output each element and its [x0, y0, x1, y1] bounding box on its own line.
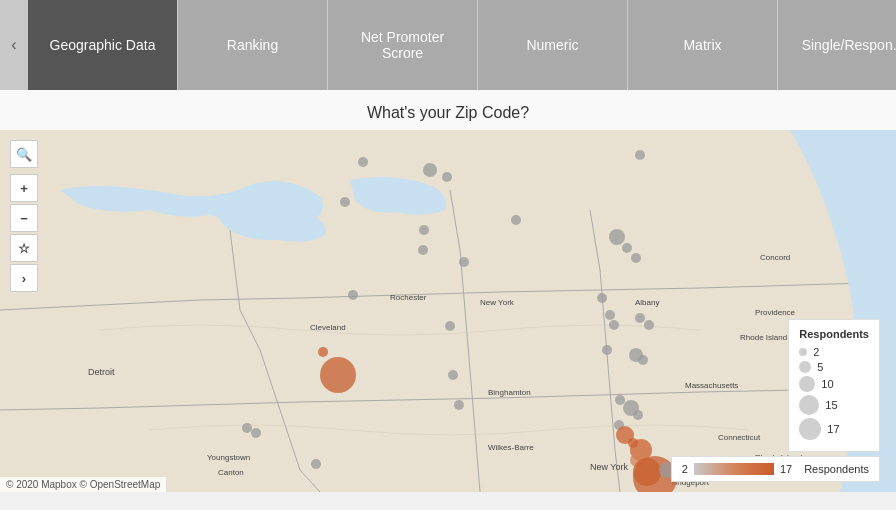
- legend-circle-17: [799, 418, 821, 440]
- svg-text:Massachusetts: Massachusetts: [685, 381, 738, 390]
- data-point-6: [511, 215, 521, 225]
- legend-item-15: 15: [799, 395, 869, 415]
- data-point-8: [622, 243, 632, 253]
- data-point-17: [635, 313, 645, 323]
- data-point-11: [459, 257, 469, 267]
- data-point-3: [635, 150, 645, 160]
- svg-text:Cleveland: Cleveland: [310, 323, 346, 332]
- data-point-23: [320, 357, 356, 393]
- tab-single[interactable]: Single/Respon...: [778, 0, 896, 90]
- data-point-19: [602, 345, 612, 355]
- color-legend-label: Respondents: [804, 463, 869, 475]
- tab-matrix[interactable]: Matrix: [628, 0, 778, 90]
- svg-text:Youngstown: Youngstown: [207, 453, 250, 462]
- legend-circle-15: [799, 395, 819, 415]
- data-point-28: [633, 410, 643, 420]
- question-title: What's your Zip Code?: [0, 90, 896, 130]
- zoom-out-button[interactable]: −: [10, 204, 38, 232]
- tab-geographic[interactable]: Geographic Data: [28, 0, 178, 90]
- data-point-13: [348, 290, 358, 300]
- data-point-4: [340, 197, 350, 207]
- legend-circle-5: [799, 361, 811, 373]
- data-point-5: [419, 225, 429, 235]
- color-legend-min: 2: [682, 463, 688, 475]
- svg-text:Rochester: Rochester: [390, 293, 427, 302]
- data-point-12: [597, 293, 607, 303]
- legend-value-2: 2: [813, 346, 819, 358]
- legend-value-5: 5: [817, 361, 823, 373]
- legend-value-10: 10: [821, 378, 833, 390]
- color-legend: 2 17 Respondents: [671, 456, 880, 482]
- legend-value-17: 17: [827, 423, 839, 435]
- data-point-14: [445, 321, 455, 331]
- svg-text:Providence: Providence: [755, 308, 796, 317]
- color-legend-max: 17: [780, 463, 792, 475]
- legend-value-15: 15: [825, 399, 837, 411]
- map-attribution: © 2020 Mapbox © OpenStreetMap: [0, 477, 166, 492]
- svg-text:Detroit: Detroit: [88, 367, 115, 377]
- data-point-2: [442, 172, 452, 182]
- legend-item-10: 10: [799, 376, 869, 392]
- svg-text:Albany: Albany: [635, 298, 659, 307]
- data-point-21: [638, 355, 648, 365]
- svg-text:Binghamton: Binghamton: [488, 388, 531, 397]
- legend-item-2: 2: [799, 346, 869, 358]
- svg-text:New York: New York: [480, 298, 515, 307]
- data-point-9: [631, 253, 641, 263]
- bubble-legend: Respondents 2 5 10 15 17: [788, 319, 880, 452]
- data-point-24: [448, 370, 458, 380]
- map-background: Detroit Cleveland Canton Youngstown Bing…: [0, 130, 896, 492]
- zoom-in-button[interactable]: +: [10, 174, 38, 202]
- data-point-39: [311, 459, 321, 469]
- data-point-7: [609, 229, 625, 245]
- data-point-38: [251, 428, 261, 438]
- tab-bar: ‹ Geographic Data Ranking Net Promoter S…: [0, 0, 896, 90]
- data-point-18: [644, 320, 654, 330]
- prev-tab-button[interactable]: ‹: [0, 0, 28, 90]
- legend-circle-10: [799, 376, 815, 392]
- svg-text:Connecticut: Connecticut: [718, 433, 761, 442]
- data-point-10: [418, 245, 428, 255]
- map-arrow-button[interactable]: ›: [10, 264, 38, 292]
- data-point-0: [358, 157, 368, 167]
- tab-numeric[interactable]: Numeric: [478, 0, 628, 90]
- data-point-15: [605, 310, 615, 320]
- data-point-22: [318, 347, 328, 357]
- map-search-button[interactable]: 🔍: [10, 140, 38, 168]
- color-legend-bar: [694, 463, 774, 475]
- svg-text:New York: New York: [590, 462, 629, 472]
- data-point-25: [454, 400, 464, 410]
- data-point-16: [609, 320, 619, 330]
- legend-circle-2: [799, 348, 807, 356]
- legend-title: Respondents: [799, 328, 869, 340]
- svg-text:Rhode Island: Rhode Island: [740, 333, 787, 342]
- tab-nps[interactable]: Net Promoter Scrore: [328, 0, 478, 90]
- svg-text:Canton: Canton: [218, 468, 244, 477]
- map-favorite-button[interactable]: ☆: [10, 234, 38, 262]
- map-container[interactable]: Detroit Cleveland Canton Youngstown Bing…: [0, 130, 896, 492]
- legend-item-17: 17: [799, 418, 869, 440]
- tab-ranking[interactable]: Ranking: [178, 0, 328, 90]
- svg-text:Wilkes-Barre: Wilkes-Barre: [488, 443, 534, 452]
- svg-text:Concord: Concord: [760, 253, 790, 262]
- legend-item-5: 5: [799, 361, 869, 373]
- map-controls: 🔍 + − ☆ ›: [10, 140, 38, 292]
- data-point-1: [423, 163, 437, 177]
